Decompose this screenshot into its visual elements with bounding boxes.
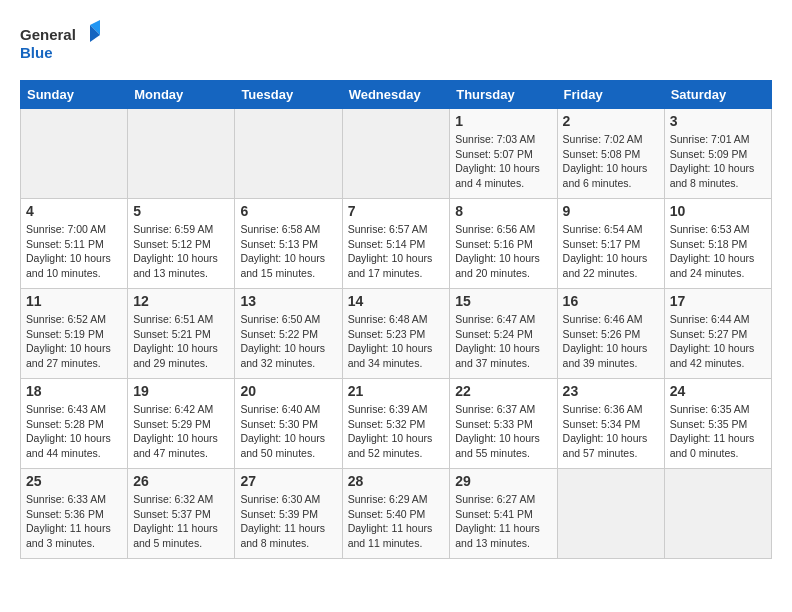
weekday-header-saturday: Saturday: [664, 81, 771, 109]
weekday-header-friday: Friday: [557, 81, 664, 109]
day-info: Sunrise: 6:47 AM Sunset: 5:24 PM Dayligh…: [455, 312, 551, 371]
day-number: 24: [670, 383, 766, 399]
calendar-cell: 29Sunrise: 6:27 AM Sunset: 5:41 PM Dayli…: [450, 469, 557, 559]
calendar-cell: 10Sunrise: 6:53 AM Sunset: 5:18 PM Dayli…: [664, 199, 771, 289]
calendar-cell: 3Sunrise: 7:01 AM Sunset: 5:09 PM Daylig…: [664, 109, 771, 199]
day-info: Sunrise: 6:30 AM Sunset: 5:39 PM Dayligh…: [240, 492, 336, 551]
day-number: 6: [240, 203, 336, 219]
day-info: Sunrise: 6:44 AM Sunset: 5:27 PM Dayligh…: [670, 312, 766, 371]
day-number: 4: [26, 203, 122, 219]
calendar-cell: 9Sunrise: 6:54 AM Sunset: 5:17 PM Daylig…: [557, 199, 664, 289]
calendar-cell: [235, 109, 342, 199]
weekday-header-thursday: Thursday: [450, 81, 557, 109]
day-info: Sunrise: 7:02 AM Sunset: 5:08 PM Dayligh…: [563, 132, 659, 191]
day-info: Sunrise: 6:48 AM Sunset: 5:23 PM Dayligh…: [348, 312, 445, 371]
day-info: Sunrise: 6:29 AM Sunset: 5:40 PM Dayligh…: [348, 492, 445, 551]
day-number: 21: [348, 383, 445, 399]
calendar-cell: 21Sunrise: 6:39 AM Sunset: 5:32 PM Dayli…: [342, 379, 450, 469]
day-info: Sunrise: 6:59 AM Sunset: 5:12 PM Dayligh…: [133, 222, 229, 281]
calendar-cell: 19Sunrise: 6:42 AM Sunset: 5:29 PM Dayli…: [128, 379, 235, 469]
calendar-cell: 6Sunrise: 6:58 AM Sunset: 5:13 PM Daylig…: [235, 199, 342, 289]
day-number: 14: [348, 293, 445, 309]
day-number: 2: [563, 113, 659, 129]
calendar-cell: 7Sunrise: 6:57 AM Sunset: 5:14 PM Daylig…: [342, 199, 450, 289]
day-number: 25: [26, 473, 122, 489]
logo-icon: General Blue: [20, 20, 100, 70]
day-number: 27: [240, 473, 336, 489]
weekday-header-tuesday: Tuesday: [235, 81, 342, 109]
logo: General Blue: [20, 20, 100, 70]
day-number: 17: [670, 293, 766, 309]
calendar-cell: 25Sunrise: 6:33 AM Sunset: 5:36 PM Dayli…: [21, 469, 128, 559]
calendar-cell: 2Sunrise: 7:02 AM Sunset: 5:08 PM Daylig…: [557, 109, 664, 199]
calendar-cell: [342, 109, 450, 199]
page-header: General Blue: [20, 20, 772, 70]
day-info: Sunrise: 6:50 AM Sunset: 5:22 PM Dayligh…: [240, 312, 336, 371]
calendar-cell: [557, 469, 664, 559]
weekday-header-row: SundayMondayTuesdayWednesdayThursdayFrid…: [21, 81, 772, 109]
day-number: 13: [240, 293, 336, 309]
day-info: Sunrise: 6:36 AM Sunset: 5:34 PM Dayligh…: [563, 402, 659, 461]
day-info: Sunrise: 7:01 AM Sunset: 5:09 PM Dayligh…: [670, 132, 766, 191]
calendar-cell: 4Sunrise: 7:00 AM Sunset: 5:11 PM Daylig…: [21, 199, 128, 289]
calendar-cell: 12Sunrise: 6:51 AM Sunset: 5:21 PM Dayli…: [128, 289, 235, 379]
day-number: 15: [455, 293, 551, 309]
calendar-cell: 27Sunrise: 6:30 AM Sunset: 5:39 PM Dayli…: [235, 469, 342, 559]
calendar-cell: 20Sunrise: 6:40 AM Sunset: 5:30 PM Dayli…: [235, 379, 342, 469]
day-info: Sunrise: 6:57 AM Sunset: 5:14 PM Dayligh…: [348, 222, 445, 281]
day-info: Sunrise: 6:37 AM Sunset: 5:33 PM Dayligh…: [455, 402, 551, 461]
calendar-cell: 23Sunrise: 6:36 AM Sunset: 5:34 PM Dayli…: [557, 379, 664, 469]
day-info: Sunrise: 6:33 AM Sunset: 5:36 PM Dayligh…: [26, 492, 122, 551]
weekday-header-sunday: Sunday: [21, 81, 128, 109]
calendar-cell: 5Sunrise: 6:59 AM Sunset: 5:12 PM Daylig…: [128, 199, 235, 289]
day-number: 28: [348, 473, 445, 489]
day-info: Sunrise: 6:51 AM Sunset: 5:21 PM Dayligh…: [133, 312, 229, 371]
day-number: 20: [240, 383, 336, 399]
day-number: 16: [563, 293, 659, 309]
day-info: Sunrise: 6:43 AM Sunset: 5:28 PM Dayligh…: [26, 402, 122, 461]
calendar-week-1: 1Sunrise: 7:03 AM Sunset: 5:07 PM Daylig…: [21, 109, 772, 199]
weekday-header-monday: Monday: [128, 81, 235, 109]
day-info: Sunrise: 6:35 AM Sunset: 5:35 PM Dayligh…: [670, 402, 766, 461]
calendar-cell: [664, 469, 771, 559]
calendar-cell: 8Sunrise: 6:56 AM Sunset: 5:16 PM Daylig…: [450, 199, 557, 289]
calendar-cell: [21, 109, 128, 199]
calendar-cell: 16Sunrise: 6:46 AM Sunset: 5:26 PM Dayli…: [557, 289, 664, 379]
day-number: 19: [133, 383, 229, 399]
day-number: 29: [455, 473, 551, 489]
day-info: Sunrise: 6:39 AM Sunset: 5:32 PM Dayligh…: [348, 402, 445, 461]
calendar-week-3: 11Sunrise: 6:52 AM Sunset: 5:19 PM Dayli…: [21, 289, 772, 379]
calendar-cell: 1Sunrise: 7:03 AM Sunset: 5:07 PM Daylig…: [450, 109, 557, 199]
day-number: 8: [455, 203, 551, 219]
calendar-cell: 22Sunrise: 6:37 AM Sunset: 5:33 PM Dayli…: [450, 379, 557, 469]
day-info: Sunrise: 6:27 AM Sunset: 5:41 PM Dayligh…: [455, 492, 551, 551]
day-info: Sunrise: 6:54 AM Sunset: 5:17 PM Dayligh…: [563, 222, 659, 281]
calendar-cell: 24Sunrise: 6:35 AM Sunset: 5:35 PM Dayli…: [664, 379, 771, 469]
calendar-cell: 13Sunrise: 6:50 AM Sunset: 5:22 PM Dayli…: [235, 289, 342, 379]
calendar-week-5: 25Sunrise: 6:33 AM Sunset: 5:36 PM Dayli…: [21, 469, 772, 559]
day-info: Sunrise: 6:40 AM Sunset: 5:30 PM Dayligh…: [240, 402, 336, 461]
day-number: 12: [133, 293, 229, 309]
svg-text:Blue: Blue: [20, 44, 53, 61]
day-number: 26: [133, 473, 229, 489]
calendar-cell: 28Sunrise: 6:29 AM Sunset: 5:40 PM Dayli…: [342, 469, 450, 559]
day-info: Sunrise: 7:03 AM Sunset: 5:07 PM Dayligh…: [455, 132, 551, 191]
calendar-cell: 15Sunrise: 6:47 AM Sunset: 5:24 PM Dayli…: [450, 289, 557, 379]
day-info: Sunrise: 6:42 AM Sunset: 5:29 PM Dayligh…: [133, 402, 229, 461]
day-info: Sunrise: 6:32 AM Sunset: 5:37 PM Dayligh…: [133, 492, 229, 551]
weekday-header-wednesday: Wednesday: [342, 81, 450, 109]
day-info: Sunrise: 6:52 AM Sunset: 5:19 PM Dayligh…: [26, 312, 122, 371]
day-number: 11: [26, 293, 122, 309]
day-number: 1: [455, 113, 551, 129]
day-number: 7: [348, 203, 445, 219]
day-info: Sunrise: 6:56 AM Sunset: 5:16 PM Dayligh…: [455, 222, 551, 281]
day-number: 18: [26, 383, 122, 399]
day-number: 23: [563, 383, 659, 399]
day-info: Sunrise: 7:00 AM Sunset: 5:11 PM Dayligh…: [26, 222, 122, 281]
day-info: Sunrise: 6:46 AM Sunset: 5:26 PM Dayligh…: [563, 312, 659, 371]
calendar-cell: 17Sunrise: 6:44 AM Sunset: 5:27 PM Dayli…: [664, 289, 771, 379]
day-number: 22: [455, 383, 551, 399]
calendar-week-4: 18Sunrise: 6:43 AM Sunset: 5:28 PM Dayli…: [21, 379, 772, 469]
day-number: 9: [563, 203, 659, 219]
calendar-cell: 14Sunrise: 6:48 AM Sunset: 5:23 PM Dayli…: [342, 289, 450, 379]
